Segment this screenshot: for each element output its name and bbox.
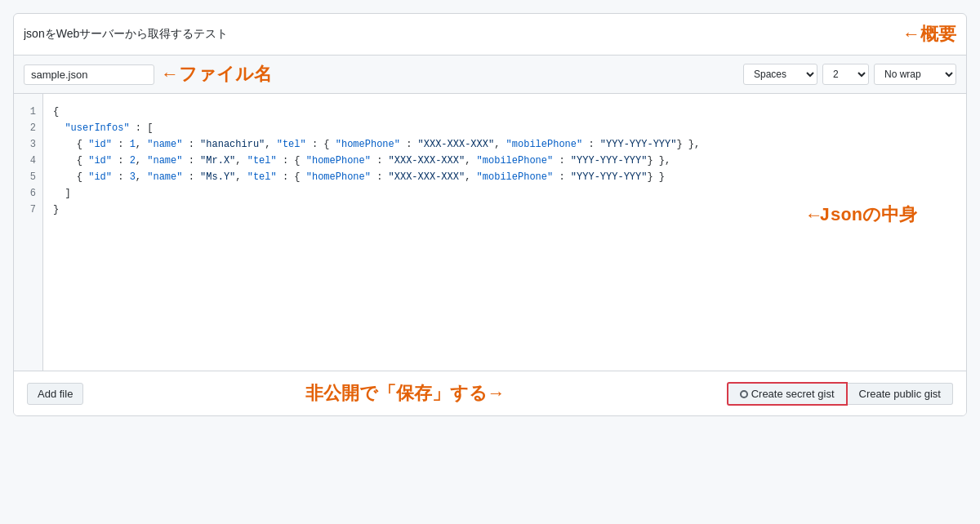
line-num-3: 3 — [20, 136, 36, 153]
file-header-left: ←ファイル名 — [24, 62, 272, 87]
line-numbers: 1 2 3 4 5 6 7 — [14, 94, 43, 371]
add-file-button[interactable]: Add file — [27, 383, 83, 405]
code-content[interactable]: { "userInfos" : [ { "id" : 1, "name" : "… — [43, 94, 966, 371]
wrap-select[interactable]: No wrap Soft wrap — [874, 64, 956, 85]
footer-right: Create secret gist Create public gist — [727, 382, 953, 406]
create-secret-gist-button[interactable]: Create secret gist — [727, 382, 848, 406]
description-annotation: ←概要 — [902, 22, 956, 47]
radio-dot-icon — [740, 390, 748, 398]
gist-editor: ←概要 ←ファイル名 Spaces Tabs 2 4 8 No wrap Sof… — [13, 13, 967, 416]
file-header-right: Spaces Tabs 2 4 8 No wrap Soft wrap — [743, 64, 956, 85]
file-header: ←ファイル名 Spaces Tabs 2 4 8 No wrap Soft wr… — [14, 56, 966, 94]
footer-section: Add file 非公開で「保存」する→ Create secret gist … — [14, 371, 966, 415]
line-num-5: 5 — [20, 169, 36, 185]
line-num-1: 1 — [20, 104, 36, 120]
line-num-7: 7 — [20, 202, 36, 218]
filename-input[interactable] — [24, 64, 154, 85]
code-editor: 1 2 3 4 5 6 7 { "userInfos" : [ { "id" :… — [14, 94, 966, 371]
footer-annotation: 非公開で「保存」する→ — [83, 381, 726, 406]
line-num-6: 6 — [20, 185, 36, 202]
indent-type-select[interactable]: Spaces Tabs — [743, 64, 817, 85]
line-num-4: 4 — [20, 153, 36, 169]
filename-annotation: ←ファイル名 — [161, 62, 272, 87]
code-pre: { "userInfos" : [ { "id" : 1, "name" : "… — [53, 104, 956, 218]
footer-left: Add file — [27, 383, 83, 405]
line-num-2: 2 — [20, 120, 36, 136]
description-input[interactable] — [24, 28, 896, 41]
description-section: ←概要 — [14, 14, 966, 56]
create-public-gist-button[interactable]: Create public gist — [848, 383, 953, 405]
indent-size-select[interactable]: 2 4 8 — [822, 64, 869, 85]
